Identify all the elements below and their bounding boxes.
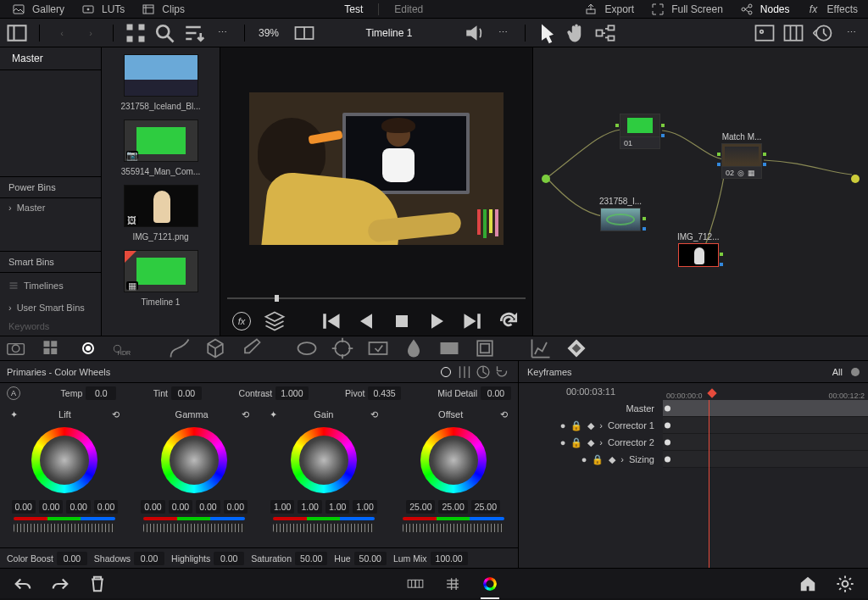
split-view-icon[interactable]	[782, 23, 805, 43]
colorboost-value[interactable]: 0.00	[57, 552, 87, 565]
lummix-value[interactable]: 100.00	[431, 552, 468, 565]
mode-wheels[interactable]	[437, 363, 455, 381]
node-image[interactable]: IMG_712...	[677, 232, 719, 267]
scrub-bar[interactable]	[227, 297, 526, 299]
tint-value[interactable]: 0.00	[171, 386, 202, 400]
timeline-name[interactable]: Timeline 1	[366, 27, 413, 39]
stop[interactable]	[390, 311, 414, 331]
history-icon[interactable]	[810, 23, 834, 43]
kf-zoom-dot[interactable]	[851, 368, 860, 376]
smart-bin-user[interactable]: ›User Smart Bins	[0, 298, 101, 317]
playhead[interactable]	[707, 388, 716, 397]
timecode[interactable]: 00:00:03:11	[519, 386, 663, 397]
power-bins-master[interactable]: ›Master	[0, 198, 101, 217]
smart-bin-timelines[interactable]: Timelines	[0, 273, 101, 298]
tab-key[interactable]	[437, 338, 461, 358]
search-icon[interactable]	[153, 23, 176, 43]
top-effects[interactable]: fxEffects	[805, 1, 858, 18]
mode-bars[interactable]	[455, 363, 474, 381]
gamma-wheel[interactable]	[161, 427, 227, 493]
settings-icon[interactable]	[836, 575, 854, 593]
power-bins-header[interactable]: Power Bins	[0, 176, 101, 198]
loop[interactable]	[497, 311, 520, 331]
mode-log[interactable]	[474, 363, 492, 381]
graph-output[interactable]	[851, 175, 860, 183]
audio-icon[interactable]	[462, 23, 486, 43]
still-grab-icon[interactable]	[753, 23, 776, 43]
gain-pick[interactable]: ✦	[270, 409, 277, 420]
pool-clip-1[interactable]	[124, 54, 198, 97]
nodes-more-icon[interactable]: ⋯	[839, 23, 863, 43]
hue-value[interactable]: 50.00	[354, 552, 387, 565]
tab-camera-raw[interactable]	[5, 338, 29, 358]
play-back[interactable]	[354, 311, 378, 331]
highlights-value[interactable]: 0.00	[214, 552, 244, 565]
tab-color-checker[interactable]	[41, 338, 64, 358]
offset-jog[interactable]	[403, 524, 504, 532]
top-fullscreen[interactable]: Full Screen	[649, 1, 723, 18]
saturation-value[interactable]: 50.00	[295, 552, 327, 565]
lift-pick[interactable]: ✦	[10, 409, 18, 420]
auto-balance[interactable]: A	[7, 386, 20, 400]
view-mode-icon[interactable]	[292, 23, 316, 43]
tab-window[interactable]	[295, 338, 319, 358]
nav-fwd[interactable]: ›	[79, 23, 103, 43]
top-gallery[interactable]: Gallery	[10, 1, 64, 18]
home-icon[interactable]	[798, 575, 817, 593]
tab-magic[interactable]	[366, 338, 390, 358]
pivot-value[interactable]: 0.435	[368, 386, 400, 400]
chevron-right-icon[interactable]: ›	[599, 420, 603, 431]
pool-clip-3[interactable]: 🖼	[124, 185, 198, 227]
tool-pointer[interactable]	[536, 23, 559, 43]
tab-warper[interactable]	[203, 338, 227, 358]
lock-icon[interactable]: 🔒	[592, 454, 604, 465]
middetail-value[interactable]: 0.00	[481, 386, 511, 400]
tab-primaries[interactable]	[76, 338, 100, 358]
viewer-display[interactable]	[249, 92, 504, 245]
keyframe-icon[interactable]: ◆	[587, 437, 594, 448]
node-02[interactable]: Match M... 02◎▦	[721, 132, 762, 179]
bypass-fx[interactable]: fx	[232, 312, 251, 331]
layers-icon[interactable]	[263, 311, 287, 331]
chevron-right-icon[interactable]: ›	[620, 454, 624, 464]
lift-wheel[interactable]	[31, 427, 97, 493]
contrast-value[interactable]: 1.000	[275, 386, 308, 400]
tab-tracker[interactable]	[331, 338, 354, 358]
play[interactable]	[426, 311, 449, 331]
nav-back[interactable]: ‹	[50, 23, 74, 43]
kf-row-corrector1[interactable]: ●🔒◆›Corrector 1	[519, 417, 868, 434]
go-start[interactable]	[319, 311, 342, 331]
offset-reset[interactable]: ⟲	[500, 409, 508, 420]
tab-keyframes[interactable]	[565, 338, 588, 358]
kf-row-corrector2[interactable]: ●🔒◆›Corrector 2	[519, 434, 868, 451]
gamma-reset[interactable]: ⟲	[242, 409, 249, 420]
viewer-zoom[interactable]: 39%	[255, 27, 282, 39]
gain-jog[interactable]	[273, 524, 375, 532]
smart-bins-header[interactable]: Smart Bins	[0, 251, 101, 273]
lock-icon[interactable]: 🔒	[570, 420, 582, 431]
sidebar-toggle[interactable]	[5, 23, 29, 43]
keyframe-icon[interactable]: ◆	[587, 420, 594, 431]
tool-node-layout[interactable]	[593, 23, 617, 43]
top-export[interactable]: Export	[582, 1, 634, 18]
temp-value[interactable]: 0.0	[86, 386, 116, 400]
tab-curves[interactable]	[168, 338, 192, 358]
gain-reset[interactable]: ⟲	[370, 409, 378, 420]
kf-row-sizing[interactable]: ●🔒◆›Sizing	[519, 451, 868, 468]
kf-row-master[interactable]: Master	[519, 400, 868, 417]
page-fusion-icon[interactable]	[443, 575, 462, 593]
graph-input[interactable]	[542, 175, 550, 183]
sort-icon[interactable]	[181, 23, 205, 43]
viewer-more-icon[interactable]: ⋯	[491, 23, 515, 43]
gain-wheel[interactable]	[291, 427, 357, 493]
keyframe-icon[interactable]: ◆	[609, 454, 615, 465]
keyframes-filter-all[interactable]: All	[832, 367, 843, 377]
tab-scopes[interactable]	[529, 338, 553, 358]
trash-icon[interactable]	[88, 575, 107, 593]
lift-reset[interactable]: ⟲	[112, 409, 120, 420]
tool-pan[interactable]	[565, 23, 588, 43]
lift-jog[interactable]	[14, 524, 115, 532]
page-color-icon[interactable]	[481, 575, 499, 593]
node-graph[interactable]: 01 Match M... 02◎▦ 231758_I... IMG_712..…	[533, 47, 868, 336]
gamma-jog[interactable]	[143, 524, 245, 532]
